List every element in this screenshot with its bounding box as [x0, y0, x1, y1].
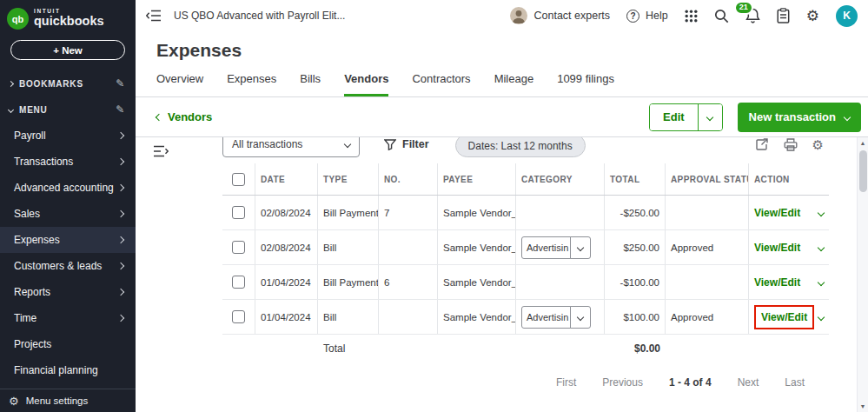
tab-mileage[interactable]: Mileage	[494, 72, 534, 96]
edit-dropdown-toggle[interactable]	[699, 104, 722, 130]
tab-bills[interactable]: Bills	[300, 72, 321, 96]
gear-icon: ⚙	[9, 395, 19, 408]
menu-label: MENU	[19, 105, 48, 115]
menu-section-header[interactable]: MENU ✎	[0, 96, 136, 123]
sidebar-item-payroll[interactable]: Payroll	[0, 123, 136, 149]
column-header-total[interactable]: TOTAL	[605, 163, 666, 195]
collapse-sidebar-icon[interactable]	[146, 10, 162, 22]
tab-vendors[interactable]: Vendors	[344, 72, 388, 96]
tab-1099-filings[interactable]: 1099 filings	[557, 72, 614, 96]
tab-bar: Overview Expenses Bills Vendors Contract…	[136, 72, 868, 97]
category-cell	[516, 265, 605, 299]
contact-experts-button[interactable]: Contact experts	[510, 7, 610, 24]
tasks-icon[interactable]	[777, 8, 790, 23]
total-cell: $100.00	[605, 300, 666, 334]
qb-logo-icon: qb	[7, 8, 29, 30]
row-checkbox[interactable]	[232, 310, 245, 323]
export-icon[interactable]	[755, 137, 769, 151]
scrollbar-thumb[interactable]	[859, 150, 867, 192]
column-header-type[interactable]: TYPE	[318, 163, 379, 195]
search-icon[interactable]	[714, 9, 729, 23]
open-drawer-icon[interactable]	[153, 145, 169, 157]
print-icon[interactable]	[784, 138, 798, 151]
new-button[interactable]: + New	[10, 40, 125, 60]
pagination-previous[interactable]: Previous	[602, 376, 643, 389]
sidebar-item-expenses[interactable]: Expenses	[0, 227, 136, 253]
action-dropdown-toggle[interactable]	[818, 209, 825, 216]
help-button[interactable]: ? Help	[626, 10, 668, 23]
edit-bookmarks-icon[interactable]: ✎	[116, 77, 125, 90]
new-transaction-button[interactable]: New transaction	[738, 103, 861, 132]
user-avatar[interactable]: K	[836, 5, 858, 27]
row-checkbox[interactable]	[232, 276, 245, 289]
column-header-date[interactable]: DATE	[255, 163, 318, 195]
pagination-last[interactable]: Last	[785, 376, 805, 389]
filter-button[interactable]: Filter	[384, 137, 429, 157]
category-dropdown-button[interactable]	[570, 306, 591, 329]
edit-menu-icon[interactable]: ✎	[116, 103, 125, 116]
menu-settings-button[interactable]: ⚙ Menu settings	[0, 389, 136, 412]
pagination-first[interactable]: First	[556, 376, 576, 389]
bookmarks-section-header[interactable]: BOOKMARKS ✎	[0, 70, 136, 96]
tab-contractors[interactable]: Contractors	[412, 72, 470, 96]
select-all-checkbox[interactable]	[232, 173, 245, 186]
tab-expenses[interactable]: Expenses	[227, 72, 276, 96]
top-bar-right: Contact experts ? Help 21	[510, 5, 858, 27]
edit-button[interactable]: Edit	[650, 104, 699, 130]
sidebar-item-time[interactable]: Time	[0, 305, 136, 331]
total-cell: $250.00	[605, 230, 666, 264]
notifications-bell-icon[interactable]: 21	[745, 8, 760, 23]
pagination-next[interactable]: Next	[738, 376, 759, 389]
sidebar-item-financial-planning[interactable]: Financial planning	[0, 357, 136, 383]
column-header-approval-status[interactable]: APPROVAL STATUS	[666, 163, 749, 195]
date-cell: 02/08/2024	[255, 230, 318, 264]
gear-icon: ⚙	[806, 9, 819, 23]
highlight-box: View/Edit	[754, 305, 814, 329]
view-edit-link[interactable]: View/Edit	[754, 207, 800, 219]
table-settings-gear-icon[interactable]: ⚙	[812, 138, 824, 151]
sidebar-item-sales[interactable]: Sales	[0, 201, 136, 227]
column-header-payee[interactable]: PAYEE	[438, 163, 516, 195]
back-label: Vendors	[168, 110, 212, 123]
view-edit-link[interactable]: View/Edit	[754, 242, 800, 254]
sidebar-item-label: Financial planning	[14, 364, 98, 376]
action-cell: View/Edit	[749, 230, 829, 264]
chevron-right-icon	[117, 210, 124, 217]
sidebar-item-transactions[interactable]: Transactions	[0, 149, 136, 175]
row-checkbox[interactable]	[232, 206, 245, 219]
chevron-right-icon	[117, 132, 124, 139]
back-to-vendors-link[interactable]: Vendors	[156, 110, 212, 123]
help-label: Help	[646, 10, 668, 22]
sidebar-item-label: Reports	[14, 286, 50, 298]
category-select[interactable]: Advertisin	[521, 306, 591, 329]
apps-grid-icon[interactable]	[685, 10, 698, 23]
header-actions: Edit New transaction	[649, 103, 861, 132]
expert-avatar	[510, 7, 527, 24]
category-dropdown-button[interactable]	[570, 236, 591, 259]
approval-status-cell	[666, 265, 749, 299]
company-name: US QBO Advanced with Payroll Elit...	[174, 10, 345, 22]
action-dropdown-toggle[interactable]	[818, 313, 825, 320]
column-header-category[interactable]: CATEGORY	[516, 163, 605, 195]
view-edit-link[interactable]: View/Edit	[754, 276, 800, 289]
settings-gear-icon[interactable]: ⚙	[806, 9, 819, 23]
scroll-up-arrow[interactable]: ▲	[860, 140, 866, 146]
category-select[interactable]: Advertisin	[521, 236, 591, 259]
sidebar-item-customers-leads[interactable]: Customers & leads	[0, 253, 136, 279]
sidebar-item-label: Customers & leads	[14, 260, 102, 272]
type-cell: Bill	[318, 230, 379, 264]
action-dropdown-toggle[interactable]	[818, 243, 825, 250]
column-header-action[interactable]: ACTION	[749, 163, 829, 195]
sidebar-item-advanced-accounting[interactable]: Advanced accounting	[0, 175, 136, 201]
row-checkbox[interactable]	[232, 241, 245, 254]
tab-overview[interactable]: Overview	[156, 72, 203, 96]
sidebar-item-reports[interactable]: Reports	[0, 279, 136, 305]
dates-filter-chip[interactable]: Dates: Last 12 months	[455, 137, 586, 157]
column-header-no[interactable]: NO.	[379, 163, 438, 195]
action-dropdown-toggle[interactable]	[818, 278, 825, 285]
sidebar-item-projects[interactable]: Projects	[0, 331, 136, 357]
transaction-type-select[interactable]: All transactions	[222, 137, 360, 157]
view-edit-link[interactable]: View/Edit	[761, 311, 807, 323]
sidebar-nav: Payroll Transactions Advanced accounting…	[0, 123, 136, 389]
scroll-down-arrow[interactable]: ▼	[860, 403, 866, 409]
